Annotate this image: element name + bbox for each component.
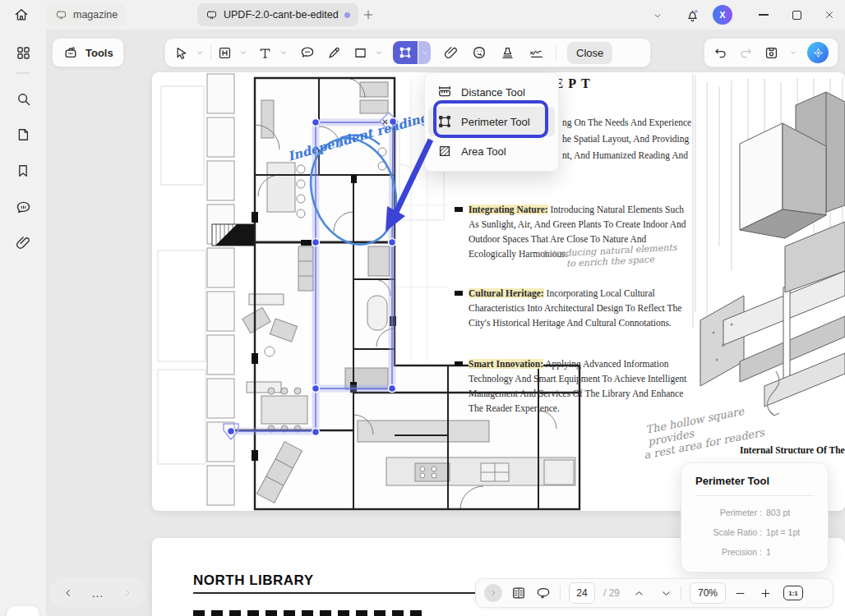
clipped-heading [193,610,427,616]
minimize-button[interactable] [753,5,774,25]
notifications-button[interactable] [682,5,702,25]
status-bar: 24 / 29 70% 1:1 [475,578,833,608]
chevron-down-icon[interactable] [789,48,797,57]
tabs-overflow-button[interactable] [649,7,667,25]
sidebar-pages-button[interactable] [13,125,33,145]
measure-tool-dropdown-button[interactable] [418,41,431,64]
figure-caption: Internal Structure Of The [740,445,845,455]
tab-updf-active[interactable]: UPDF-2.0-cant-be-edited [197,3,358,26]
ai-assistant-button[interactable] [807,42,829,63]
avatar-initial: X [719,10,725,20]
bullet-smart-innovation: Smart Innovation: Applying Advanced Info… [455,356,690,416]
perimeter-tool-icon [398,45,413,60]
sidebar-attachments-button[interactable] [13,233,33,253]
tools-button[interactable]: Tools [52,38,124,67]
chevron-down-icon [421,48,429,57]
sidebar-search-button[interactable] [13,89,33,108]
new-tab-button[interactable] [357,3,380,26]
divider [560,586,561,600]
measure-tool-button-selected[interactable] [393,41,418,64]
page-number-value: 24 [576,587,587,599]
left-sidebar [0,30,46,616]
measure-tool-group [393,41,431,64]
row-value: 1pt = 1pt [766,527,800,538]
stamp-tool-button[interactable] [500,45,515,61]
chevron-right-icon [488,588,498,598]
panel-row-perimeter: Perimeter :803 pt [690,508,820,518]
prev-icon[interactable] [62,587,74,599]
sidebar-bookmarks-button[interactable] [13,161,33,181]
sidebar-thumbnails-button[interactable] [13,43,33,62]
text-icon [257,45,273,61]
save-icon [764,45,779,61]
bullet-cultural-heritage: Cultural Heritage: Incorporating Local C… [455,286,690,330]
smiley-icon [471,44,487,61]
chevron-down-icon[interactable] [238,48,248,57]
sidebar-comments-button[interactable] [13,197,33,217]
chevron-down-icon[interactable] [195,48,205,57]
zoom-value: 70% [698,587,718,599]
title-bar: magazine UPDF-2.0-cant-be-edited X [0,0,845,30]
bullet-lead: Integrating Nature: [469,205,548,214]
page-up-button[interactable] [633,587,645,600]
more-button[interactable]: … [91,589,104,597]
plus-icon [362,8,375,21]
shape-tool-button[interactable] [353,45,368,61]
presentation-mode-button[interactable] [535,585,552,601]
comment-tool-button[interactable] [299,44,316,61]
row-label: Precision : [690,547,762,558]
attach-tool-button[interactable] [443,45,459,61]
brand-button[interactable] [7,606,39,616]
undo-icon [713,45,728,61]
redo-button[interactable] [738,45,754,61]
para-line-2: he Spatial Layout, And Providing [562,131,691,147]
panel-row-scale-ratio: Scale Ratio :1pt = 1pt [690,527,820,538]
undo-button[interactable] [713,45,728,61]
page-number-input[interactable]: 24 [569,582,595,604]
chevron-down-icon[interactable] [374,48,384,57]
para-line-3: nt, And Humanized Reading And [562,147,691,163]
tab-magazine[interactable]: magazine [47,3,126,26]
zoom-level-input[interactable]: 70% [690,582,726,604]
home-button[interactable] [10,3,33,26]
close-window-button[interactable] [819,5,840,25]
page-total: / 29 [603,587,620,599]
sticker-tool-button[interactable] [471,44,487,61]
next-icon[interactable] [122,587,133,599]
comment-bubble-icon [299,44,316,61]
zoom-in-button[interactable] [760,587,772,600]
document-tab-icon [55,9,67,21]
divider [210,45,211,60]
actual-size-button[interactable]: 1:1 [783,586,803,600]
zoom-out-button[interactable] [734,587,746,600]
paperclip-icon [443,45,459,61]
row-label: Perimeter : [690,508,762,518]
doc-paragraph: ng On The Needs And Experience he Spatia… [562,114,691,163]
redo-icon [738,45,754,61]
close-tools-button[interactable]: Close [567,42,612,64]
signature-tool-button[interactable] [528,44,545,62]
document-tab-icon [205,9,218,21]
avatar[interactable]: X [713,5,732,25]
menu-item-area-tool[interactable]: Area Tool [428,136,555,166]
row-value: 803 pt [766,508,790,518]
para-line-1: ng On The Needs And Experience [562,114,691,131]
maximize-button[interactable] [786,5,807,25]
header-tool-button[interactable] [217,45,233,61]
page-nav-pill: … [49,578,146,608]
select-tool-button[interactable] [173,45,189,61]
comment-icon [15,199,32,216]
close-label: Close [576,47,603,59]
save-button[interactable] [764,45,779,61]
bullet-lead: Cultural Heritage: [469,288,544,298]
toolbox-icon [62,44,79,61]
pencil-tool-button[interactable] [326,45,342,61]
expand-bar-button[interactable] [484,584,502,602]
chevron-down-icon[interactable] [279,48,289,57]
text-tool-button[interactable] [257,45,273,61]
rectangle-icon [353,45,368,61]
reading-mode-button[interactable] [510,585,527,601]
tab-label: magazine [73,9,118,21]
page-down-button[interactable] [660,587,672,600]
page2-heading: NORTH LIBRARY [193,572,314,589]
